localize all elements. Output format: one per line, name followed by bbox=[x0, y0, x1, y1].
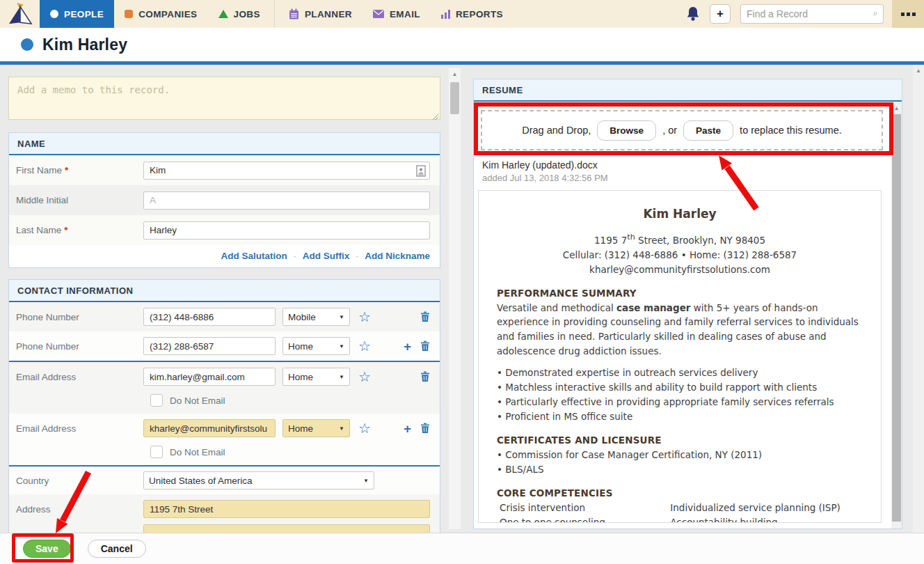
scroll-up-icon[interactable]: ▲ bbox=[891, 102, 902, 113]
resume-dropzone[interactable]: Drag and Drop, Browse , or Paste to repl… bbox=[481, 110, 883, 150]
tab-jobs-label: JOBS bbox=[234, 9, 260, 19]
search-icon bbox=[873, 8, 877, 19]
phone-row-2: Phone Number Home ▼ ☆ + bbox=[9, 331, 440, 361]
country-select[interactable]: United States of America ▼ bbox=[143, 471, 374, 489]
form-scrollbar[interactable]: ▲ bbox=[449, 68, 461, 529]
resume-summary-paragraph: Versatile and methodical case manager wi… bbox=[497, 301, 863, 359]
overflow-dot bbox=[907, 13, 910, 16]
country-row: Country United States of America ▼ bbox=[9, 467, 440, 494]
companies-icon bbox=[125, 10, 133, 18]
address-line-1-input[interactable] bbox=[143, 500, 430, 518]
notification-bell-icon[interactable] bbox=[686, 6, 700, 22]
address-line-2-input[interactable] bbox=[143, 524, 430, 533]
add-email-icon[interactable]: + bbox=[404, 422, 411, 435]
paste-button[interactable]: Paste bbox=[683, 120, 733, 141]
contact-section-header: CONTACT INFORMATION bbox=[9, 280, 440, 302]
phone-input-1[interactable] bbox=[143, 308, 276, 326]
primary-star-icon[interactable]: ☆ bbox=[358, 421, 371, 435]
add-salutation-link[interactable]: Add Salutation bbox=[221, 251, 287, 261]
resume-section-heading: CORE COMPETENCIES bbox=[497, 486, 863, 501]
tab-people[interactable]: PEOPLE bbox=[40, 0, 114, 28]
resume-panel: RESUME Drag and Drop, Browse , or Paste … bbox=[473, 79, 902, 529]
email-input-1[interactable] bbox=[143, 368, 276, 386]
delete-trash-icon[interactable] bbox=[420, 311, 430, 322]
chevron-down-icon: ▼ bbox=[339, 425, 344, 432]
email-row-1: Email Address Home ▼ ☆ bbox=[9, 362, 440, 414]
find-record-search bbox=[740, 4, 884, 24]
email-label: Email Address bbox=[16, 423, 143, 434]
tab-planner[interactable]: PLANNER bbox=[278, 0, 363, 28]
middle-initial-row: Middle Initial bbox=[9, 185, 440, 215]
tab-planner-label: PLANNER bbox=[305, 9, 352, 19]
jobs-icon bbox=[218, 10, 228, 18]
resume-section-heading: CERTIFICATES AND LICENSURE bbox=[497, 433, 863, 448]
address-row: Address bbox=[9, 494, 440, 533]
scroll-up-icon[interactable]: ▲ bbox=[449, 68, 461, 79]
app-logo[interactable] bbox=[0, 0, 40, 28]
contact-card-icon[interactable] bbox=[416, 165, 426, 177]
add-phone-icon[interactable]: + bbox=[404, 340, 411, 353]
memo-input[interactable] bbox=[8, 77, 440, 120]
resume-scrollbar[interactable]: ▲ bbox=[891, 102, 902, 528]
tab-reports[interactable]: REPORTS bbox=[431, 0, 513, 28]
email-type-select-1[interactable]: Home ▼ bbox=[282, 368, 350, 386]
browse-button[interactable]: Browse bbox=[597, 120, 656, 141]
resume-bullet: BLS/ALS bbox=[497, 462, 863, 477]
overflow-dot bbox=[912, 13, 916, 16]
resume-bullet: Proficient in MS office suite bbox=[497, 409, 863, 424]
primary-star-icon[interactable]: ☆ bbox=[358, 370, 371, 384]
country-label: Country bbox=[16, 476, 143, 486]
resume-file-added-timestamp: added Jul 13, 2018 4:32:56 PM bbox=[482, 173, 891, 183]
cancel-button[interactable]: Cancel bbox=[88, 540, 146, 558]
competency-item: Individualized service planning (ISP) bbox=[670, 501, 863, 515]
name-section-title: NAME bbox=[17, 139, 45, 149]
phone-input-2[interactable] bbox=[143, 337, 276, 355]
overflow-menu-button[interactable] bbox=[892, 0, 924, 28]
add-record-plus: + bbox=[717, 7, 724, 21]
link-separator: · bbox=[294, 251, 296, 261]
delete-trash-icon[interactable] bbox=[420, 423, 430, 434]
chevron-down-icon: ▼ bbox=[339, 374, 344, 380]
phone-row-1: Phone Number Mobile ▼ ☆ bbox=[9, 302, 440, 331]
tab-jobs[interactable]: JOBS bbox=[208, 0, 271, 28]
add-nickname-link[interactable]: Add Nickname bbox=[365, 251, 430, 261]
resume-bullet: Commission for Case Manager Certificatio… bbox=[497, 448, 863, 462]
primary-star-icon[interactable]: ☆ bbox=[358, 339, 371, 353]
tab-email-label: EMAIL bbox=[390, 9, 420, 19]
scroll-up-icon[interactable]: ▲ bbox=[913, 65, 924, 76]
add-record-button[interactable]: + bbox=[710, 4, 731, 24]
find-record-input[interactable] bbox=[747, 8, 873, 19]
tab-email[interactable]: EMAIL bbox=[363, 0, 431, 28]
scrollbar-thumb[interactable] bbox=[892, 114, 901, 522]
do-not-email-checkbox[interactable] bbox=[150, 446, 163, 458]
top-nav: PEOPLE COMPANIES JOBS PLANNER EMAIL REPO… bbox=[0, 0, 924, 28]
name-section-header: NAME bbox=[9, 133, 440, 155]
delete-trash-icon[interactable] bbox=[420, 371, 430, 382]
page-scrollbar[interactable]: ▲ bbox=[913, 65, 924, 533]
first-name-input[interactable] bbox=[143, 162, 430, 180]
email-type-select-2[interactable]: Home ▼ bbox=[282, 419, 350, 437]
resume-bullet-list: Commission for Case Manager Certificatio… bbox=[497, 448, 863, 477]
add-suffix-link[interactable]: Add Suffix bbox=[303, 251, 350, 261]
address-label: Address bbox=[16, 504, 143, 515]
tab-companies[interactable]: COMPANIES bbox=[114, 0, 207, 28]
middle-initial-input[interactable] bbox=[143, 191, 430, 210]
last-name-input[interactable] bbox=[143, 221, 430, 240]
email-input-2[interactable] bbox=[143, 419, 276, 437]
save-button[interactable]: Save bbox=[23, 540, 71, 558]
scrollbar-thumb[interactable] bbox=[450, 82, 459, 114]
resume-address-line: 1195 7th Street, Brooklyn, NY 98405 bbox=[497, 231, 863, 247]
do-not-email-checkbox[interactable] bbox=[150, 394, 163, 407]
primary-star-icon[interactable]: ☆ bbox=[358, 310, 371, 324]
link-separator: · bbox=[356, 251, 358, 261]
resume-file-block: Kim Harley (updated).docx added Jul 13, … bbox=[482, 159, 891, 183]
phone-type-select-1[interactable]: Mobile ▼ bbox=[282, 308, 350, 326]
first-name-label: First Name* bbox=[16, 165, 143, 175]
record-titlebar: Kim Harley bbox=[0, 28, 924, 61]
phone-type-select-2[interactable]: Home ▼ bbox=[282, 337, 350, 355]
row-actions bbox=[420, 371, 433, 382]
middle-initial-label: Middle Initial bbox=[16, 195, 143, 205]
app-logo-pyramid-icon bbox=[7, 2, 33, 26]
row-actions: + bbox=[404, 422, 433, 435]
delete-trash-icon[interactable] bbox=[420, 340, 430, 352]
